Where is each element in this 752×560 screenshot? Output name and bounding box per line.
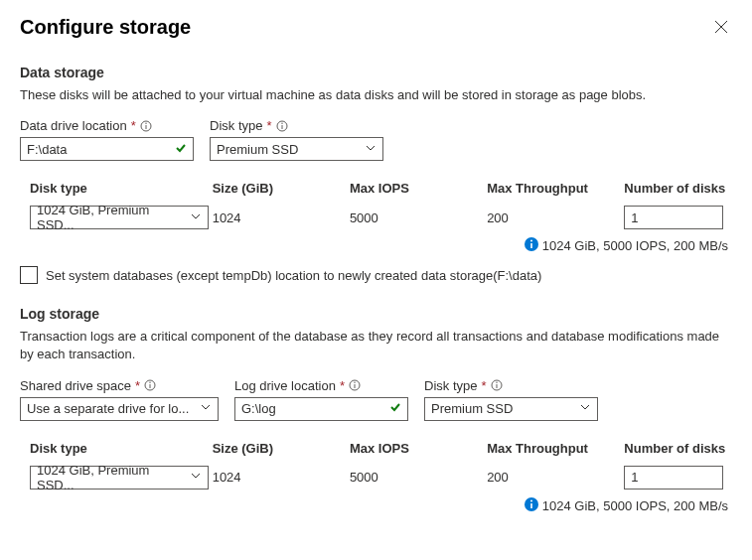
svg-point-19: [496, 382, 497, 383]
log-table-row: 1024 GiB, Premium SSD... 1024 5000 200 1: [20, 462, 732, 493]
svg-point-13: [149, 382, 150, 383]
system-db-checkbox[interactable]: [20, 266, 38, 284]
shared-space-label: Shared drive space: [20, 378, 131, 393]
col-thru: Max Throughput: [487, 441, 624, 456]
svg-point-22: [530, 499, 532, 501]
svg-point-10: [530, 240, 532, 242]
col-iops: Max IOPS: [350, 441, 487, 456]
data-row-disktype-value: 1024 GiB, Premium SSD...: [37, 203, 182, 232]
log-storage-description: Transaction logs are a critical componen…: [20, 328, 732, 363]
svg-point-16: [354, 382, 355, 383]
log-disktype-label: Disk type: [424, 378, 477, 393]
data-row-iops: 5000: [350, 210, 487, 225]
info-icon[interactable]: [140, 120, 152, 132]
info-solid-icon: [525, 237, 538, 254]
log-row-disktype-value: 1024 GiB, Premium SSD...: [37, 463, 182, 492]
col-size: Size (GiB): [213, 441, 350, 456]
log-location-value: G:\log: [241, 401, 276, 416]
data-location-label: Data drive location: [20, 118, 127, 133]
data-row-size: 1024: [213, 210, 350, 225]
log-storage-heading: Log storage: [20, 306, 732, 322]
chevron-down-icon: [190, 210, 202, 225]
svg-point-7: [281, 122, 282, 123]
data-disktype-value: Premium SSD: [217, 142, 298, 157]
shared-space-select[interactable]: Use a separate drive for lo...: [20, 397, 219, 421]
log-row-iops: 5000: [350, 470, 487, 485]
data-summary-text: 1024 GiB, 5000 IOPS, 200 MB/s: [542, 238, 728, 253]
info-solid-icon: [525, 497, 538, 514]
system-db-checkbox-label: Set system databases (except tempDb) loc…: [46, 268, 541, 283]
info-icon[interactable]: [276, 120, 288, 132]
info-icon[interactable]: [491, 379, 503, 391]
log-location-label: Log drive location: [234, 378, 336, 393]
data-storage-heading: Data storage: [20, 65, 732, 80]
log-location-select[interactable]: G:\log: [234, 397, 408, 421]
svg-point-4: [145, 122, 146, 123]
shared-space-value: Use a separate drive for lo...: [27, 401, 189, 416]
log-table-header: Disk type Size (GiB) Max IOPS Max Throug…: [20, 435, 732, 462]
data-table-header: Disk type Size (GiB) Max IOPS Max Throug…: [20, 175, 732, 202]
info-icon[interactable]: [349, 379, 361, 391]
data-row-disktype-select[interactable]: 1024 GiB, Premium SSD...: [30, 206, 209, 229]
chevron-down-icon: [579, 401, 591, 416]
col-iops: Max IOPS: [350, 181, 487, 196]
log-disktype-value: Premium SSD: [431, 401, 513, 416]
page-title: Configure storage: [20, 16, 191, 39]
col-size: Size (GiB): [213, 181, 350, 196]
check-icon: [389, 401, 401, 416]
log-row-throughput: 200: [487, 470, 624, 485]
required-marker: *: [481, 378, 486, 393]
check-icon: [175, 142, 187, 157]
data-table-row: 1024 GiB, Premium SSD... 1024 5000 200 1: [20, 202, 732, 233]
col-thru: Max Throughput: [487, 181, 624, 196]
required-marker: *: [340, 378, 345, 393]
log-row-num-input[interactable]: 1: [624, 466, 723, 490]
col-disktype: Disk type: [20, 181, 213, 196]
svg-rect-9: [530, 243, 532, 248]
log-row-disktype-select[interactable]: 1024 GiB, Premium SSD...: [30, 466, 209, 490]
chevron-down-icon: [200, 401, 212, 416]
data-row-num-input[interactable]: 1: [624, 206, 723, 229]
data-storage-description: These disks will be attached to your vir…: [20, 86, 732, 104]
close-button[interactable]: [710, 16, 732, 41]
chevron-down-icon: [365, 142, 376, 157]
col-disktype: Disk type: [20, 441, 213, 456]
close-icon: [714, 22, 728, 37]
required-marker: *: [266, 118, 271, 133]
log-row-size: 1024: [213, 470, 350, 485]
data-disktype-select[interactable]: Premium SSD: [210, 137, 383, 161]
data-disktype-label: Disk type: [210, 118, 262, 133]
col-num: Number of disks: [624, 441, 732, 456]
required-marker: *: [135, 378, 140, 393]
log-disktype-select[interactable]: Premium SSD: [424, 397, 598, 421]
log-summary-text: 1024 GiB, 5000 IOPS, 200 MB/s: [542, 498, 728, 513]
svg-rect-21: [530, 503, 532, 508]
required-marker: *: [131, 118, 136, 133]
data-location-value: F:\data: [27, 142, 67, 157]
col-num: Number of disks: [624, 181, 732, 196]
info-icon[interactable]: [144, 379, 156, 391]
data-row-throughput: 200: [487, 210, 624, 225]
data-location-select[interactable]: F:\data: [20, 137, 194, 161]
chevron-down-icon: [190, 470, 202, 485]
